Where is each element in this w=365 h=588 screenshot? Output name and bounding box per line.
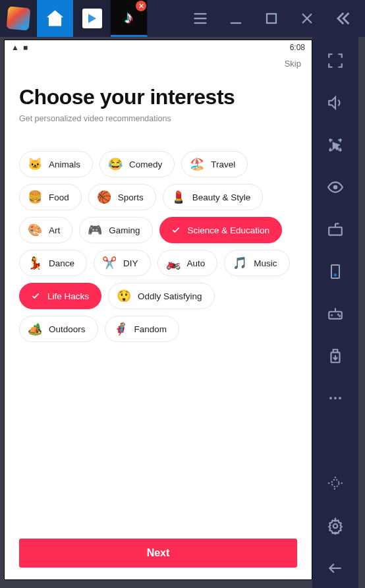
interest-chip[interactable]: 🏖️Travel [181,151,248,177]
interest-label: Science & Education [188,225,270,235]
interest-label: Dance [49,258,74,268]
interest-emoji-icon: 🏕️ [28,323,42,335]
interest-label: Music [254,258,277,268]
interest-chip[interactable]: 🎮Gaming [79,217,152,243]
tab-bluestacks[interactable] [0,0,37,37]
interest-emoji-icon: 😲 [117,290,131,302]
interest-label: Outdoors [49,324,86,334]
interest-emoji-icon: 🏀 [97,191,111,203]
svg-point-19 [338,314,339,315]
status-time: 6:08 [290,43,305,52]
interest-label: Comedy [129,160,162,169]
minimize-icon[interactable] [227,9,245,28]
svg-rect-24 [334,397,336,399]
skip-button[interactable]: Skip [285,59,301,69]
hamburger-menu-icon[interactable] [191,9,210,28]
maximize-icon[interactable] [262,9,281,28]
gamepad-icon[interactable] [325,303,346,324]
warning-icon: ▲ [11,43,19,52]
svg-marker-7 [329,97,335,108]
close-tab-icon[interactable]: ✕ [136,1,146,11]
interest-emoji-icon: 🍔 [28,191,42,203]
interest-chip[interactable]: 🏀Sports [88,184,156,210]
svg-point-8 [334,186,337,189]
next-button[interactable]: Next [19,539,297,568]
settings-gear-icon[interactable] [325,515,346,537]
interest-emoji-icon: 🐱 [28,158,42,170]
interest-emoji-icon: 🎨 [28,224,42,236]
interest-chip[interactable]: ✂️DIY [94,250,151,276]
install-apk-icon[interactable] [325,345,346,367]
interest-chip-container: 🐱Animals😂Comedy🏖️Travel🍔Food🏀Sports💄Beau… [19,151,297,342]
more-icon[interactable] [325,388,346,409]
status-indicator-icon: ◼ [23,44,28,51]
back-arrow-icon[interactable] [325,558,346,579]
svg-rect-9 [329,227,342,235]
interest-chip[interactable]: 🎵Music [224,250,289,276]
interest-label: Gaming [109,225,140,235]
interest-label: Animals [49,160,80,169]
svg-rect-25 [339,397,341,399]
interest-emoji-icon: ✂️ [102,257,117,269]
interest-label: Fandom [134,324,167,334]
page-subtitle: Get personalized video recommendations [19,114,297,123]
svg-point-20 [339,316,340,316]
interest-label: Food [49,192,69,202]
tiktok-icon: ♪ [125,7,133,28]
interest-emoji-icon: 🏍️ [166,257,181,269]
interest-label: Beauty & Style [192,192,251,202]
interest-chip[interactable]: 🐱Animals [19,151,93,177]
phone-screen: ▲ ◼ 6:08 Skip Choose your interests Get … [4,40,312,580]
check-icon [171,225,181,235]
android-status-bar: ▲ ◼ 6:08 [5,40,312,55]
eye-icon[interactable] [325,177,346,198]
interest-emoji-icon: 🏖️ [190,158,204,170]
playstore-icon [82,9,102,28]
interest-label: Art [49,225,60,235]
interest-label: Sports [118,192,144,202]
interest-emoji-icon: 🦸 [113,323,128,335]
interest-chip[interactable]: 💃Dance [19,250,87,276]
interest-chip[interactable]: Life Hacks [19,283,101,309]
tab-playstore[interactable] [74,0,111,37]
window-controls [178,9,365,28]
interest-label: Life Hacks [47,291,89,301]
fullscreen-icon[interactable] [325,50,346,71]
tab-home[interactable] [37,0,74,37]
interest-chip[interactable]: 😂Comedy [99,151,175,177]
lightbulb-icon[interactable] [325,473,346,494]
interest-emoji-icon: 💃 [28,257,42,269]
home-icon [45,9,65,28]
app-tabs: ♪ ✕ [0,0,148,37]
svg-point-26 [332,480,339,487]
interest-chip[interactable]: 🦸Fandom [105,316,180,342]
emulator-titlebar: ♪ ✕ [0,0,365,37]
interest-chip[interactable]: 🍔Food [19,184,82,210]
interest-chip[interactable]: 🏕️Outdoors [19,316,98,342]
keyboard-icon[interactable] [325,219,346,240]
collapse-sidebar-icon[interactable] [333,9,352,28]
svg-point-31 [333,524,338,529]
volume-icon[interactable] [325,92,346,113]
interest-chip[interactable]: 🏍️Auto [157,250,218,276]
interest-emoji-icon: 🎵 [233,257,247,269]
check-icon [30,291,41,301]
interest-chip[interactable]: 🎨Art [19,217,72,243]
interest-emoji-icon: 🎮 [88,224,102,236]
bluestacks-logo-icon [6,7,30,31]
cursor-lock-icon[interactable] [325,134,346,156]
interest-chip[interactable]: 😲Oddly Satisfying [108,283,215,309]
interest-chip[interactable]: 💄Beauty & Style [163,184,264,210]
close-window-icon[interactable] [298,9,316,28]
emulator-sidebar [312,37,358,588]
interest-label: Auto [187,258,206,268]
interest-label: DIY [123,258,138,268]
interest-chip[interactable]: Science & Education [159,217,283,243]
interest-emoji-icon: 😂 [108,158,123,170]
interest-label: Travel [211,160,235,169]
svg-rect-23 [329,397,331,399]
tab-tiktok[interactable]: ♪ ✕ [111,0,148,37]
interest-label: Oddly Satisfying [138,291,202,301]
rotate-device-icon[interactable] [325,261,346,282]
svg-rect-4 [267,14,276,23]
